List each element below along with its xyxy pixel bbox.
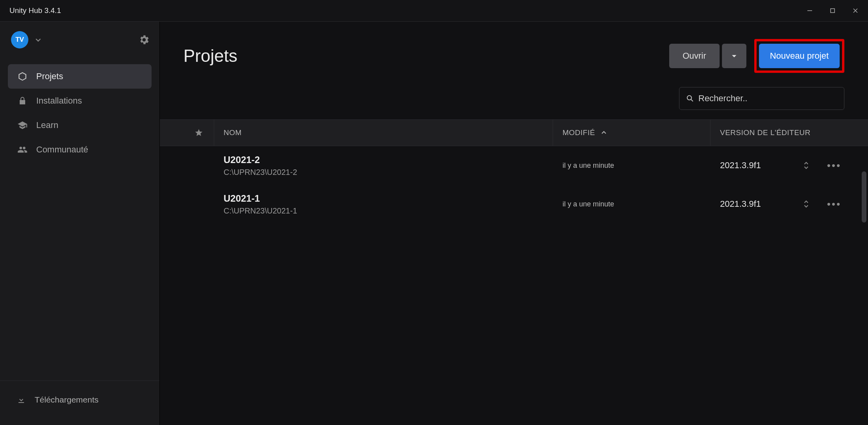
sidebar-downloads[interactable]: Téléchargements: [9, 392, 150, 408]
download-icon: [17, 395, 26, 405]
highlight-annotation: Nouveau projet: [754, 39, 844, 73]
project-name: U2021-2: [224, 154, 260, 165]
sidebar-downloads-label: Téléchargements: [35, 395, 98, 405]
open-dropdown-button[interactable]: [722, 44, 746, 68]
star-icon: [194, 128, 203, 137]
column-name[interactable]: NOM: [214, 120, 553, 146]
search-box[interactable]: [679, 87, 844, 110]
avatar-chevron-down-icon[interactable]: [35, 36, 42, 43]
sort-asc-icon: [601, 130, 607, 136]
sidebar: TV Projets Installations: [0, 22, 160, 425]
project-modified: il y a une minute: [553, 146, 711, 185]
sidebar-item-label: Installations: [36, 96, 82, 106]
table-row[interactable]: U2021-1 C:\UPRN23\U2021-1 il y a une min…: [160, 185, 868, 223]
row-menu-icon[interactable]: •••: [823, 160, 852, 172]
version-select-icon[interactable]: [803, 161, 814, 170]
sidebar-item-learn[interactable]: Learn: [8, 113, 152, 137]
gear-icon[interactable]: [138, 34, 150, 46]
sidebar-item-installs[interactable]: Installations: [8, 89, 152, 113]
chevron-down-icon: [731, 52, 738, 59]
grad-cap-icon: [17, 120, 28, 130]
new-project-button[interactable]: Nouveau projet: [759, 44, 840, 68]
svg-rect-1: [831, 9, 835, 13]
lock-icon: [17, 96, 28, 106]
project-path: C:\UPRN23\U2021-1: [224, 206, 297, 215]
maximize-icon[interactable]: [829, 7, 836, 14]
window-title: Unity Hub 3.4.1: [9, 6, 61, 15]
project-version: 2021.3.9f1: [720, 160, 761, 171]
search-input[interactable]: [698, 93, 838, 104]
avatar[interactable]: TV: [11, 31, 28, 48]
cube-icon: [17, 71, 28, 82]
sidebar-item-label: Learn: [36, 120, 58, 130]
version-select-icon[interactable]: [803, 200, 814, 208]
column-star[interactable]: [183, 120, 214, 146]
column-version[interactable]: VERSION DE L'ÉDITEUR: [711, 120, 852, 146]
main-panel: Projets Ouvrir Nouveau projet: [160, 22, 868, 425]
sidebar-item-projects[interactable]: Projets: [8, 64, 152, 89]
sidebar-item-community[interactable]: Communauté: [8, 137, 152, 162]
minimize-icon[interactable]: [807, 7, 813, 14]
table-row[interactable]: U2021-2 C:\UPRN23\U2021-2 il y a une min…: [160, 146, 868, 185]
column-modified[interactable]: MODIFIÉ: [553, 120, 711, 146]
people-icon: [17, 145, 28, 155]
row-menu-icon[interactable]: •••: [823, 198, 852, 210]
project-name: U2021-1: [224, 193, 260, 204]
project-modified: il y a une minute: [553, 185, 711, 223]
scrollbar[interactable]: [862, 171, 866, 223]
titlebar: Unity Hub 3.4.1: [0, 0, 868, 22]
project-path: C:\UPRN23\U2021-2: [224, 168, 297, 177]
close-icon[interactable]: [852, 7, 859, 14]
svg-line-5: [691, 100, 693, 102]
page-title: Projets: [183, 46, 237, 66]
sidebar-item-label: Projets: [36, 71, 63, 82]
svg-point-4: [687, 96, 692, 100]
search-icon: [686, 94, 694, 103]
project-version: 2021.3.9f1: [720, 199, 761, 209]
open-button[interactable]: Ouvrir: [669, 44, 720, 68]
table-header: NOM MODIFIÉ VERSION DE L'ÉDITEUR: [160, 119, 868, 146]
sidebar-item-label: Communauté: [36, 145, 88, 155]
